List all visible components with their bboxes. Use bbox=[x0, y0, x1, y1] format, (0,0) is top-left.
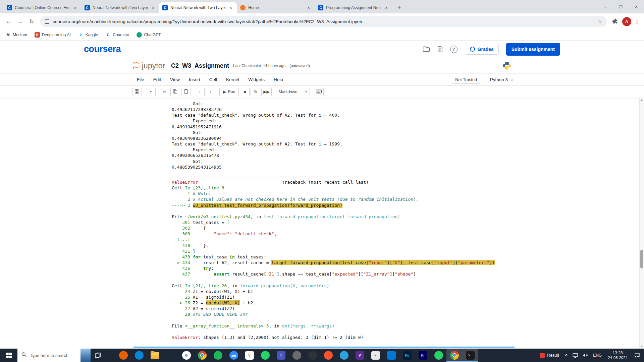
tray-expand-icon[interactable]: ^ bbox=[562, 353, 571, 358]
move-up-button[interactable]: ↑ bbox=[195, 88, 205, 96]
visual-studio-icon[interactable]: V bbox=[352, 349, 368, 362]
edge-icon[interactable] bbox=[131, 349, 147, 362]
chrome-icon[interactable] bbox=[194, 349, 210, 362]
menu-kernel[interactable]: Kernel bbox=[226, 77, 239, 82]
save-button[interactable] bbox=[132, 88, 142, 96]
display-icon[interactable] bbox=[570, 353, 580, 358]
scrollbar[interactable]: ▲ ▼ bbox=[639, 98, 644, 349]
notes-icon[interactable] bbox=[437, 46, 443, 52]
bookmark-item[interactable]: DDeeplearning.AI bbox=[35, 32, 71, 38]
tab-close-icon[interactable]: × bbox=[228, 5, 233, 10]
google-icon[interactable]: G bbox=[178, 349, 194, 362]
jupyter-logo[interactable]: jupyter bbox=[132, 61, 165, 71]
move-down-button[interactable]: ↓ bbox=[206, 88, 215, 96]
browser-menu-icon[interactable]: ⋮ bbox=[633, 18, 641, 25]
extensions-icon[interactable] bbox=[610, 18, 620, 24]
menu-edit[interactable]: Edit bbox=[153, 77, 161, 82]
coursera-logo[interactable]: coursera bbox=[84, 44, 121, 54]
chrome-active-icon[interactable] bbox=[446, 349, 462, 362]
menu-insert[interactable]: Insert bbox=[189, 77, 200, 82]
tab-close-icon[interactable]: × bbox=[150, 5, 156, 10]
brave-icon[interactable] bbox=[320, 349, 336, 362]
recording-indicator[interactable]: Result bbox=[536, 353, 562, 358]
firefox-icon[interactable] bbox=[115, 349, 131, 362]
menu-file[interactable]: File bbox=[137, 77, 144, 82]
close-button[interactable]: × bbox=[629, 0, 644, 13]
zoom-icon[interactable]: zm bbox=[226, 349, 241, 362]
new-tab-button[interactable]: + bbox=[394, 3, 404, 12]
menu-widgets[interactable]: Widgets bbox=[248, 77, 265, 82]
teams-glyph: T bbox=[277, 351, 285, 360]
menu-help[interactable]: Help bbox=[274, 77, 283, 82]
back-icon[interactable]: ← bbox=[3, 16, 14, 27]
task-view-button[interactable] bbox=[91, 349, 105, 362]
cut-cells-button[interactable]: ✂ bbox=[160, 88, 169, 96]
copy-cells-button[interactable] bbox=[170, 88, 180, 96]
action-center-icon[interactable] bbox=[631, 353, 644, 358]
sharechat-icon[interactable] bbox=[257, 349, 273, 362]
reload-icon[interactable]: ↻ bbox=[26, 16, 37, 27]
insert-cell-button[interactable]: + bbox=[146, 88, 156, 96]
omnibox[interactable]: coursera.org/learn/machine-learning-calc… bbox=[40, 16, 607, 27]
bookmark-item[interactable]: CCoursera bbox=[105, 32, 129, 38]
scrollbar-thumb[interactable] bbox=[640, 250, 643, 268]
search-highlight-image[interactable] bbox=[80, 349, 91, 362]
bookmark-item[interactable]: ChatGPT bbox=[137, 32, 161, 38]
notepad-icon[interactable]: ≡ bbox=[368, 349, 383, 362]
language-indicator[interactable]: ENG bbox=[590, 353, 604, 358]
teams-icon[interactable]: T bbox=[273, 349, 289, 362]
interrupt-kernel-button[interactable]: ■ bbox=[240, 88, 250, 96]
tab-close-icon[interactable]: × bbox=[72, 5, 78, 10]
browser-tab[interactable]: CCoursera | Online Courses From...× bbox=[3, 2, 81, 13]
bookmark-star-icon[interactable]: ☆ bbox=[598, 18, 602, 24]
gimp-icon[interactable] bbox=[289, 349, 305, 362]
file-explorer-icon[interactable] bbox=[147, 349, 163, 362]
grades-button[interactable]: Grades bbox=[465, 44, 499, 55]
vscode-icon[interactable] bbox=[383, 349, 399, 362]
run-button[interactable]: ▶Run bbox=[219, 88, 239, 96]
scroll-down-icon[interactable]: ▼ bbox=[640, 345, 644, 348]
telegram-icon[interactable] bbox=[336, 349, 352, 362]
browser-tab[interactable]: CNeural Network with Two Layer...× bbox=[159, 2, 237, 13]
folder-icon[interactable] bbox=[423, 46, 430, 52]
photoshop-icon[interactable]: Ps bbox=[399, 349, 415, 362]
minimize-button[interactable]: – bbox=[598, 0, 613, 13]
start-button[interactable] bbox=[0, 349, 17, 362]
url-text[interactable]: coursera.org/learn/machine-learning-calc… bbox=[53, 19, 594, 24]
selected-cell-border[interactable] bbox=[133, 347, 515, 348]
command-palette-button[interactable] bbox=[314, 88, 324, 96]
taskbar-clock[interactable]: 13:28 24-05-2024 bbox=[604, 351, 631, 360]
taskbar-search[interactable]: Type here to search bbox=[17, 349, 91, 362]
restart-kernel-button[interactable]: ↻ bbox=[251, 88, 260, 96]
menu-view[interactable]: View bbox=[170, 77, 180, 82]
forward-icon[interactable]: → bbox=[15, 16, 25, 27]
terminal-icon[interactable]: >_ bbox=[462, 349, 478, 362]
menu-cell[interactable]: Cell bbox=[209, 77, 217, 82]
browser-tab[interactable]: Home× bbox=[237, 2, 315, 13]
whatsapp-icon[interactable] bbox=[431, 349, 446, 362]
bookmark-label: Deeplearning.AI bbox=[42, 33, 71, 37]
scroll-up-icon[interactable]: ▲ bbox=[640, 98, 644, 101]
steam-icon[interactable] bbox=[163, 349, 178, 362]
paste-cells-button[interactable] bbox=[181, 88, 191, 96]
premiere-icon[interactable]: Pr bbox=[415, 349, 431, 362]
tab-close-icon[interactable]: × bbox=[306, 5, 311, 10]
browser-tab[interactable]: CNeural Network with Two Layer...× bbox=[81, 2, 159, 13]
profile-avatar[interactable]: A bbox=[622, 17, 631, 26]
obs-icon[interactable] bbox=[305, 349, 320, 362]
cell-type-select-button[interactable]: Markdown▾ bbox=[276, 88, 310, 96]
maximize-button[interactable]: □ bbox=[613, 0, 629, 13]
not-trusted-button[interactable]: Not Trusted bbox=[452, 76, 480, 84]
notebook-title[interactable]: C2_W3_Assignment bbox=[171, 62, 229, 69]
help-icon[interactable]: ? bbox=[450, 46, 458, 53]
bookmark-item[interactable]: kKaggle bbox=[78, 32, 98, 38]
site-info-icon[interactable] bbox=[45, 19, 49, 24]
browser-tab[interactable]: CProgramming Assignment Neur...× bbox=[315, 2, 392, 13]
spotify-icon[interactable] bbox=[210, 349, 226, 362]
submit-assignment-button[interactable]: Submit assignment bbox=[506, 43, 560, 56]
bookmark-item[interactable]: MMedium bbox=[5, 32, 27, 38]
tab-close-icon[interactable]: × bbox=[384, 5, 389, 10]
vlc-icon[interactable]: V bbox=[241, 349, 257, 362]
volume-icon[interactable] bbox=[580, 353, 590, 358]
restart-run-all-button[interactable]: ▶▶ bbox=[261, 88, 271, 96]
